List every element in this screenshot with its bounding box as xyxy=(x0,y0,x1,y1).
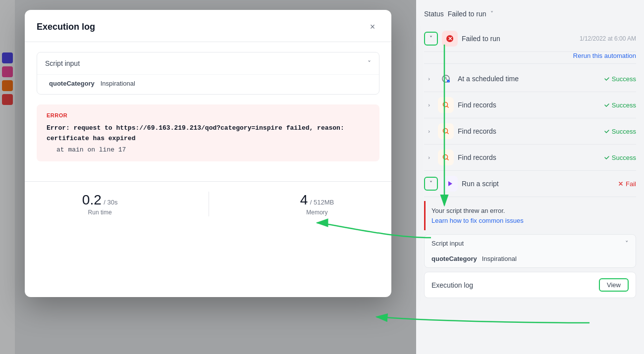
run-item-find3: › Find records Success xyxy=(424,145,636,171)
script-label: Run a script xyxy=(462,180,614,188)
rerun-link[interactable]: Rerun this automation xyxy=(424,52,636,59)
find1-label: Find records xyxy=(458,101,600,109)
memory-stat: 4 / 512MB Memory xyxy=(300,192,334,216)
modal-overlay: Execution log × Script input ˅ quoteCate… xyxy=(0,0,416,354)
fix-issues-link[interactable]: Learn how to fix common issues xyxy=(431,217,524,224)
error-message-line1: Error: request to https://69.163.219.213… xyxy=(47,123,370,134)
failed-icon: ✕ xyxy=(442,31,458,47)
memory-max: / 512MB xyxy=(310,199,334,206)
svg-line-12 xyxy=(447,159,449,160)
find3-label: Find records xyxy=(458,153,600,161)
right-script-row: quoteCategory Inspirational xyxy=(425,252,636,267)
clock-icon: i xyxy=(438,71,454,87)
run-item-script: ˅ Run a script Fail xyxy=(424,171,636,197)
right-field-value: Inspirational xyxy=(482,255,517,262)
run-item-find2: › Find records Success xyxy=(424,118,636,145)
find3-status: Success xyxy=(604,154,636,161)
script-input-row: quoteCategory Inspirational xyxy=(37,74,379,94)
expand-find2[interactable]: › xyxy=(424,126,434,136)
scheduled-label: At a scheduled time xyxy=(458,75,600,83)
run-item-scheduled: › i At a scheduled time Success xyxy=(424,66,636,92)
script-error-line1: Your script threw an error. xyxy=(431,206,636,216)
status-header: Status Failed to run ˅ xyxy=(424,10,636,18)
script-status: Fail xyxy=(618,180,636,188)
svg-line-10 xyxy=(447,133,449,134)
script-input-label: Script input xyxy=(45,59,80,67)
expand-find1[interactable]: › xyxy=(424,100,434,110)
script-error-link: Learn how to fix common issues xyxy=(431,216,636,226)
status-dropdown-chevron[interactable]: ˅ xyxy=(490,10,493,17)
right-script-chevron: ˅ xyxy=(625,240,629,247)
modal-field-value: Inspirational xyxy=(101,80,135,87)
failed-run-time: 1/12/2022 at 6:00 AM xyxy=(580,35,636,42)
error-message-line2: certificate has expired xyxy=(47,134,370,144)
right-script-input: Script input ˅ quoteCategory Inspiration… xyxy=(424,234,636,268)
script-input-header[interactable]: Script input ˅ xyxy=(37,52,379,74)
modal-field-name: quoteCategory xyxy=(49,80,95,87)
close-button[interactable]: × xyxy=(366,20,379,34)
error-section: ERROR Error: request to https://69.163.2… xyxy=(37,104,379,161)
error-label: ERROR xyxy=(47,112,370,118)
view-button[interactable]: View xyxy=(599,278,629,292)
execution-log-label: Execution log xyxy=(431,281,473,289)
right-field-name: quoteCategory xyxy=(431,255,477,262)
svg-text:✕: ✕ xyxy=(448,36,452,42)
status-value: Failed to run xyxy=(448,10,486,18)
stats-divider xyxy=(209,192,209,216)
right-script-label: Script input xyxy=(431,240,464,247)
modal-title: Execution log xyxy=(37,22,95,32)
scheduled-status: Success xyxy=(604,75,636,83)
script-chevron-icon: ˅ xyxy=(368,59,371,67)
run-time-value: 0.2 xyxy=(82,192,102,207)
svg-line-4 xyxy=(446,79,447,80)
run-time-label: Run time xyxy=(82,209,118,216)
memory-value: 4 xyxy=(300,192,308,207)
script-error-note: Your script threw an error. Learn how to… xyxy=(424,201,636,230)
search-icon-1 xyxy=(438,97,454,113)
memory-label: Memory xyxy=(300,209,334,216)
svg-marker-13 xyxy=(448,181,452,186)
modal-footer: 0.2 / 30s Run time 4 / 512MB Memory xyxy=(25,181,391,226)
run-item-failed: ˅ ✕ Failed to run 1/12/2022 at 6:00 AM xyxy=(424,26,636,52)
run-item-find1: › Find records Success xyxy=(424,92,636,118)
modal-header: Execution log × xyxy=(25,10,391,42)
find1-status: Success xyxy=(604,101,636,109)
find2-status: Success xyxy=(604,128,636,135)
right-panel: Status Failed to run ˅ ˅ ✕ Failed to run… xyxy=(416,0,644,354)
expand-scheduled[interactable]: › xyxy=(424,74,434,84)
right-script-header[interactable]: Script input ˅ xyxy=(425,235,636,252)
error-location: at main on line 17 xyxy=(47,146,370,153)
run-time-stat: 0.2 / 30s Run time xyxy=(82,192,118,216)
modal-body: Script input ˅ quoteCategory Inspiration… xyxy=(25,42,391,181)
execution-log-modal: Execution log × Script input ˅ quoteCate… xyxy=(25,10,391,297)
play-icon xyxy=(442,176,458,192)
search-icon-2 xyxy=(438,123,454,139)
expand-button-script[interactable]: ˅ xyxy=(424,177,438,191)
script-input-section: Script input ˅ quoteCategory Inspiration… xyxy=(37,52,379,95)
expand-button-failed[interactable]: ˅ xyxy=(424,32,438,46)
execution-log-row: Execution log View xyxy=(424,272,636,298)
find2-label: Find records xyxy=(458,127,600,135)
status-label: Status xyxy=(424,10,444,18)
expand-find3[interactable]: › xyxy=(424,152,434,162)
search-icon-3 xyxy=(438,150,454,165)
run-time-max: / 30s xyxy=(104,199,117,206)
svg-line-8 xyxy=(447,106,449,108)
failed-run-label: Failed to run xyxy=(462,35,576,43)
